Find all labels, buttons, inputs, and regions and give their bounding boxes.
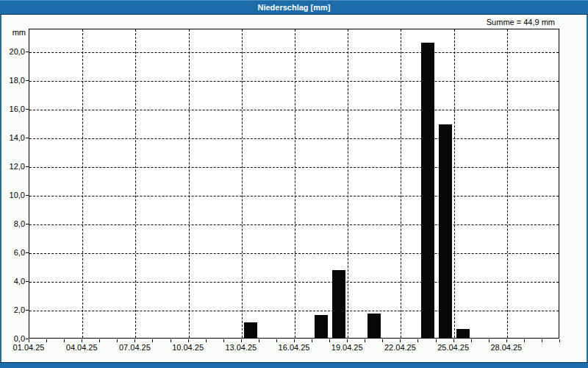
x-gridline [348, 29, 348, 338]
precipitation-bar [244, 322, 257, 338]
y-tick-label: 4,0 [0, 277, 25, 286]
y-gridline [29, 196, 559, 197]
precipitation-bar [368, 314, 381, 338]
y-tick-label: 2,0 [0, 305, 25, 314]
window-left-border [0, 0, 1, 368]
x-axis-tick [259, 339, 259, 342]
chart-window: Niederschlag [mm] Summe = 44,9 mm mm 0,0… [0, 0, 588, 368]
y-gridline [29, 253, 559, 254]
y-axis-tick [26, 166, 29, 167]
x-tick-label: 07.04.25 [119, 343, 151, 352]
x-axis-tick [64, 339, 65, 342]
x-gridline [242, 29, 243, 338]
x-axis-tick [436, 339, 437, 342]
x-axis-tick [489, 339, 490, 342]
precipitation-bar [315, 315, 328, 338]
x-gridline [135, 29, 136, 338]
y-gridline [29, 52, 559, 53]
x-gridline [82, 29, 83, 338]
y-axis-tick [26, 52, 29, 52]
y-gridline [29, 311, 559, 311]
x-axis-tick [29, 339, 29, 342]
x-axis-tick [276, 339, 277, 342]
x-gridline [189, 29, 190, 338]
x-axis-tick [542, 339, 542, 342]
x-tick-label: 25.04.25 [437, 343, 469, 352]
y-tick-label: 8,0 [0, 219, 25, 228]
x-axis-tick [188, 339, 189, 342]
x-axis-tick [365, 339, 365, 342]
x-tick-label: 10.04.25 [172, 343, 204, 352]
y-tick-label: 18,0 [0, 76, 25, 85]
y-tick-label: 16,0 [0, 105, 25, 113]
x-axis-tick [294, 339, 295, 342]
title-bar: Niederschlag [mm] [0, 0, 588, 15]
y-gridline [29, 110, 559, 110]
y-axis-unit-label: mm [0, 28, 26, 37]
x-axis-tick [347, 339, 348, 342]
y-tick-label: 6,0 [0, 248, 25, 257]
precipitation-bar [456, 329, 470, 338]
x-axis-tick [171, 339, 171, 342]
x-gridline [401, 29, 401, 338]
x-tick-label: 19.04.25 [331, 343, 363, 352]
y-gridline [29, 167, 559, 168]
x-axis-tick [453, 339, 454, 342]
x-axis-tick [329, 339, 330, 342]
y-axis-tick [26, 195, 29, 196]
y-tick-label: 0,0 [0, 334, 25, 343]
y-axis-tick [26, 224, 29, 224]
y-tick-label: 20,0 [0, 47, 25, 56]
x-axis-tick [417, 339, 418, 342]
x-axis-tick [117, 339, 118, 342]
x-axis-tick [524, 339, 525, 342]
y-tick-label: 14,0 [0, 133, 25, 142]
x-axis-tick [559, 339, 560, 342]
x-axis-tick [46, 339, 47, 342]
x-tick-label: 04.04.25 [66, 343, 98, 352]
x-gridline [507, 29, 508, 338]
y-axis-tick [26, 252, 29, 253]
x-axis-tick [82, 339, 82, 342]
x-axis-tick [152, 339, 153, 342]
x-axis-tick [241, 339, 242, 342]
x-axis-tick [135, 339, 135, 342]
x-axis-tick [312, 339, 312, 342]
x-axis-tick [400, 339, 401, 342]
y-tick-label: 10,0 [0, 191, 25, 199]
x-axis-tick [99, 339, 100, 342]
y-tick-label: 12,0 [0, 162, 25, 171]
bottom-bar [0, 362, 588, 368]
x-axis-tick [223, 339, 224, 342]
x-gridline [295, 29, 295, 338]
precipitation-bar [332, 270, 345, 338]
x-tick-label: 16.04.25 [279, 343, 310, 352]
x-axis-tick [206, 339, 207, 342]
plot-area [29, 29, 559, 339]
x-tick-label: 13.04.25 [225, 343, 257, 352]
x-axis-tick [471, 339, 472, 342]
y-axis-tick [26, 281, 29, 282]
x-tick-label: 22.04.25 [384, 343, 416, 352]
y-axis-tick [26, 109, 29, 110]
y-axis-tick [26, 138, 29, 138]
precipitation-bar [421, 43, 434, 339]
y-gridline [29, 224, 559, 225]
y-gridline [29, 138, 559, 139]
x-axis-tick [382, 339, 383, 342]
x-tick-label: 28.04.25 [490, 343, 522, 352]
y-axis-tick [26, 310, 29, 311]
precipitation-bar [439, 124, 452, 338]
sum-annotation: Summe = 44,9 mm [487, 18, 555, 26]
y-axis-tick [26, 80, 29, 81]
chart-title: Niederschlag [mm] [257, 3, 330, 12]
x-tick-label: 01.04.25 [13, 343, 45, 352]
y-gridline [29, 282, 559, 283]
x-gridline [454, 29, 455, 338]
x-axis-tick [506, 339, 507, 342]
y-gridline [29, 81, 559, 82]
